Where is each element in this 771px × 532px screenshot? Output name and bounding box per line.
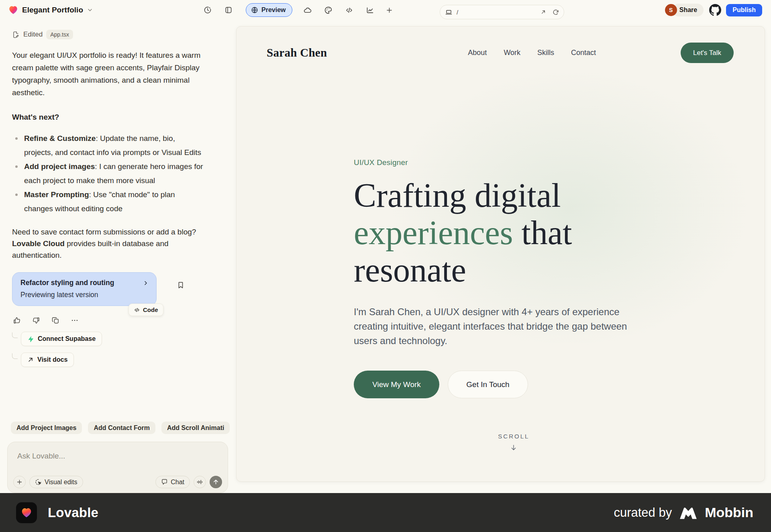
message-actions (12, 316, 231, 325)
nav-contact[interactable]: Contact (571, 49, 596, 57)
hero-bio: I'm Sarah Chen, a UI/UX designer with 4+… (354, 305, 646, 348)
thumbs-up-icon[interactable] (12, 316, 22, 325)
edited-file-badge[interactable]: App.tsx (46, 30, 73, 39)
code-icon[interactable] (341, 2, 357, 18)
lovable-logo-icon (8, 5, 18, 15)
bookmark-icon[interactable] (177, 281, 185, 289)
cloud-icon[interactable] (300, 2, 315, 18)
curation-footer: Lovable curated by Mobbin (0, 493, 771, 532)
assistant-message: Your elegant UI/UX portfolio is ready! I… (12, 49, 215, 99)
cloud-note: Need to save contact form submissions or… (12, 226, 210, 261)
lovable-footer-logo-icon (16, 502, 37, 523)
project-title[interactable]: Elegant Portfolio (22, 6, 83, 14)
attach-plus-icon[interactable] (13, 476, 26, 488)
site-nav: About Work Skills Contact (468, 49, 596, 57)
version-card-title: Refactor styling and routing (20, 279, 114, 287)
preview-panel: Sarah Chen About Work Skills Contact Let… (236, 26, 765, 482)
list-item: Refine & Customize: Update the name, bio… (12, 131, 205, 159)
quick-suggestions: Add Project Images Add Contact Form Add … (11, 422, 231, 434)
hero-section: UI/UX Designer Crafting digital experien… (354, 158, 683, 398)
file-edit-icon (12, 31, 20, 39)
url-bar[interactable]: / (440, 5, 564, 19)
get-in-touch-button[interactable]: Get In Touch (448, 371, 528, 398)
mobbin-logo-icon (679, 506, 698, 520)
send-button[interactable] (210, 476, 222, 488)
list-item: Master Prompting: Use "chat mode" to pla… (12, 188, 205, 216)
tree-connector (12, 332, 18, 338)
curated-by-label: curated by (614, 506, 672, 520)
view-my-work-button[interactable]: View My Work (354, 371, 439, 398)
whats-next-heading: What's next? (12, 113, 231, 122)
suggestion-chip[interactable]: Add Scroll Animati (161, 422, 230, 434)
scroll-label: SCROLL (498, 433, 529, 440)
preview-label: Preview (261, 6, 286, 14)
arrow-down-icon (510, 444, 518, 452)
nav-work[interactable]: Work (504, 49, 520, 57)
publish-button[interactable]: Publish (726, 4, 762, 16)
github-icon[interactable] (709, 4, 721, 16)
analytics-icon[interactable] (362, 2, 377, 18)
nav-about[interactable]: About (468, 49, 487, 57)
code-chip-button[interactable]: Code (128, 304, 163, 316)
refresh-icon[interactable] (552, 9, 559, 16)
nav-skills[interactable]: Skills (537, 49, 554, 57)
chevron-down-icon[interactable] (87, 7, 93, 13)
version-card-status: Previewing latest version (20, 291, 149, 299)
visual-edits-button[interactable]: Visual edits (29, 476, 83, 488)
chat-bubble-icon (161, 479, 168, 485)
list-item: Add project images: I can generate hero … (12, 159, 205, 188)
copy-icon[interactable] (51, 316, 60, 325)
scroll-indicator: SCROLL (237, 433, 765, 452)
chat-input[interactable]: Ask Lovable... (17, 452, 222, 461)
palette-icon[interactable] (320, 2, 336, 18)
thumbs-down-icon[interactable] (31, 316, 41, 325)
connect-supabase-button[interactable]: Connect Supabase (21, 332, 102, 346)
hero-eyebrow: UI/UX Designer (354, 158, 683, 167)
voice-input-icon[interactable] (194, 476, 206, 488)
chat-sidebar: Edited App.tsx Your elegant UI/UX portfo… (0, 20, 231, 493)
arrow-up-right-icon (27, 357, 34, 363)
topbar: Elegant Portfolio Preview (0, 0, 771, 20)
device-laptop-icon[interactable] (445, 8, 453, 16)
edited-row: Edited App.tsx (12, 30, 231, 39)
visual-edits-icon (35, 479, 42, 485)
open-external-icon[interactable] (540, 9, 547, 15)
lets-talk-button[interactable]: Let's Talk (681, 43, 734, 63)
preview-button[interactable]: Preview (246, 3, 292, 17)
globe-icon (251, 6, 258, 14)
hero-heading: Crafting digital experiences that resona… (354, 177, 683, 289)
chat-composer[interactable]: Ask Lovable... Visual edits (7, 442, 228, 493)
mobbin-label: Mobbin (705, 505, 753, 520)
footer-brand: Lovable (48, 505, 98, 520)
suggestion-chip[interactable]: Add Project Images (11, 422, 82, 434)
avatar[interactable]: S (665, 4, 677, 16)
suggestion-chip[interactable]: Add Contact Form (88, 422, 155, 434)
site-logo[interactable]: Sarah Chen (267, 46, 327, 59)
site-header: Sarah Chen About Work Skills Contact Let… (237, 26, 765, 63)
history-icon[interactable] (200, 2, 215, 18)
visit-docs-button[interactable]: Visit docs (21, 353, 74, 367)
edited-label: Edited (23, 31, 43, 39)
panel-layout-icon[interactable] (221, 2, 236, 18)
code-icon (134, 307, 140, 313)
add-tool-icon[interactable] (383, 2, 395, 18)
chevron-right-icon (143, 280, 149, 286)
suggestion-list: Refine & Customize: Update the name, bio… (12, 131, 205, 216)
url-path[interactable]: / (457, 9, 536, 16)
more-options-icon[interactable] (70, 316, 80, 325)
chat-mode-button[interactable]: Chat (155, 476, 190, 488)
version-card[interactable]: Refactor styling and routing Previewing … (12, 272, 157, 306)
tree-connector (12, 353, 18, 359)
supabase-icon (27, 336, 34, 342)
